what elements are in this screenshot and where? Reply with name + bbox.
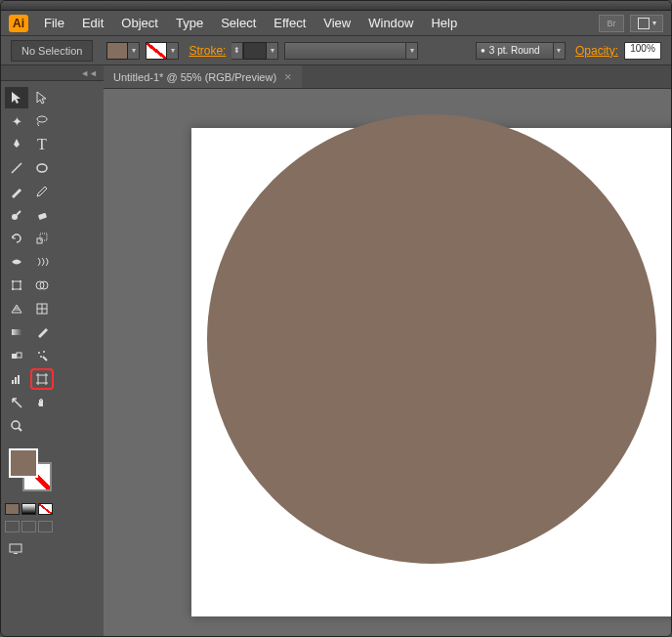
menu-help[interactable]: Help <box>423 12 465 34</box>
svg-point-8 <box>12 280 14 282</box>
paintbrush-tool[interactable] <box>5 181 28 202</box>
svg-rect-25 <box>18 375 20 384</box>
rotate-tool[interactable] <box>5 228 28 249</box>
stroke-label[interactable]: Stroke: <box>189 44 226 58</box>
toolbox: ✦ T <box>1 81 56 564</box>
stroke-weight-input[interactable] <box>243 42 267 60</box>
selection-indicator: No Selection <box>11 40 93 62</box>
brush-definition[interactable]: 3 pt. Round <box>476 42 554 60</box>
window-title-bar <box>1 1 671 11</box>
svg-line-1 <box>12 163 21 173</box>
selection-tool[interactable] <box>5 87 28 108</box>
control-bar: No Selection ▾ ▾ Stroke: ⬍ ▾ ▾ 3 pt. Rou… <box>1 36 671 65</box>
document-tab[interactable]: Untitled-1* @ 55% (RGB/Preview) × <box>104 65 302 88</box>
svg-rect-6 <box>40 234 47 240</box>
svg-rect-19 <box>17 353 21 358</box>
draw-inside-btn[interactable] <box>38 521 53 532</box>
canvas-viewport[interactable] <box>104 89 671 636</box>
type-tool[interactable]: T <box>30 134 54 155</box>
screen-mode-btn[interactable] <box>5 540 26 558</box>
menu-effect[interactable]: Effect <box>266 12 314 34</box>
fill-swatch[interactable] <box>106 42 128 60</box>
arrange-documents-button[interactable] <box>630 15 663 32</box>
svg-rect-17 <box>12 329 21 335</box>
shape-builder-tool[interactable] <box>30 275 54 296</box>
svg-point-11 <box>20 288 21 290</box>
stroke-swatch[interactable] <box>146 42 167 60</box>
line-tool[interactable] <box>5 157 28 179</box>
fill-stroke-indicator[interactable] <box>5 445 54 499</box>
svg-point-20 <box>38 352 40 354</box>
svg-rect-18 <box>12 354 17 359</box>
gradient-mode-btn[interactable] <box>21 503 36 515</box>
brush-dropdown[interactable]: ▾ <box>554 42 566 60</box>
variable-width-dropdown[interactable]: ▾ <box>406 42 418 60</box>
zoom-tool[interactable] <box>5 415 28 437</box>
eyedropper-tool[interactable] <box>30 321 54 343</box>
artboard-tool[interactable] <box>30 368 54 390</box>
pen-tool[interactable] <box>5 134 28 155</box>
draw-behind-btn[interactable] <box>21 521 36 532</box>
menu-view[interactable]: View <box>315 12 358 34</box>
menu-object[interactable]: Object <box>113 12 166 34</box>
svg-rect-37 <box>10 544 21 552</box>
color-mode-btn[interactable] <box>5 503 20 515</box>
width-tool[interactable] <box>5 251 28 273</box>
warp-tool[interactable] <box>30 251 54 273</box>
svg-point-0 <box>37 116 47 122</box>
svg-rect-38 <box>14 553 18 554</box>
svg-rect-23 <box>12 380 14 384</box>
menu-select[interactable]: Select <box>213 12 264 34</box>
stroke-dropdown[interactable]: ▾ <box>167 42 179 60</box>
svg-rect-4 <box>38 213 47 220</box>
blend-tool[interactable] <box>5 345 28 366</box>
fill-color-box[interactable] <box>9 448 38 478</box>
mesh-tool[interactable] <box>30 298 54 319</box>
svg-rect-24 <box>15 377 17 384</box>
column-graph-tool[interactable] <box>5 368 28 390</box>
slice-tool[interactable] <box>5 392 28 413</box>
svg-line-36 <box>19 428 21 431</box>
stroke-weight-dec[interactable]: ⬍ <box>231 42 243 60</box>
none-mode-btn[interactable] <box>38 503 53 515</box>
opacity-input[interactable]: 100% <box>624 42 661 60</box>
perspective-grid-tool[interactable] <box>5 298 28 319</box>
lasso-tool[interactable] <box>30 110 54 132</box>
svg-rect-26 <box>38 375 46 383</box>
svg-point-10 <box>12 288 14 290</box>
bridge-button[interactable]: Br <box>599 15 624 32</box>
stroke-weight-dropdown[interactable]: ▾ <box>267 42 278 60</box>
menu-bar: Ai File Edit Object Type Select Effect V… <box>1 11 671 36</box>
eraser-tool[interactable] <box>30 204 54 226</box>
menu-edit[interactable]: Edit <box>74 12 111 34</box>
svg-rect-7 <box>13 281 21 289</box>
panel-collapse-icon[interactable]: ◄◄ <box>1 65 104 81</box>
gradient-tool[interactable] <box>5 321 28 343</box>
svg-point-9 <box>20 280 21 282</box>
ellipse-shape[interactable] <box>207 114 656 564</box>
variable-width-profile[interactable] <box>284 42 406 60</box>
app-icon: Ai <box>9 15 28 32</box>
menu-file[interactable]: File <box>36 12 72 34</box>
ellipse-tool[interactable] <box>30 157 54 179</box>
pencil-tool[interactable] <box>30 181 54 202</box>
close-tab-icon[interactable]: × <box>284 69 292 84</box>
blob-brush-tool[interactable] <box>5 204 28 226</box>
free-transform-tool[interactable] <box>5 275 28 296</box>
menu-window[interactable]: Window <box>360 12 421 34</box>
menu-type[interactable]: Type <box>168 12 211 34</box>
fill-dropdown[interactable]: ▾ <box>128 42 140 60</box>
document-tab-bar: Untitled-1* @ 55% (RGB/Preview) × <box>104 65 671 89</box>
svg-point-35 <box>12 421 20 429</box>
symbol-sprayer-tool[interactable] <box>30 345 54 366</box>
svg-point-21 <box>43 351 45 353</box>
artboard <box>191 128 671 616</box>
svg-point-22 <box>40 356 42 358</box>
direct-selection-tool[interactable] <box>30 87 54 108</box>
opacity-label[interactable]: Opacity: <box>575 44 618 58</box>
document-tab-title: Untitled-1* @ 55% (RGB/Preview) <box>113 71 276 83</box>
draw-normal-btn[interactable] <box>5 521 20 532</box>
scale-tool[interactable] <box>30 228 54 249</box>
magic-wand-tool[interactable]: ✦ <box>5 110 28 132</box>
hand-tool[interactable] <box>30 392 54 413</box>
